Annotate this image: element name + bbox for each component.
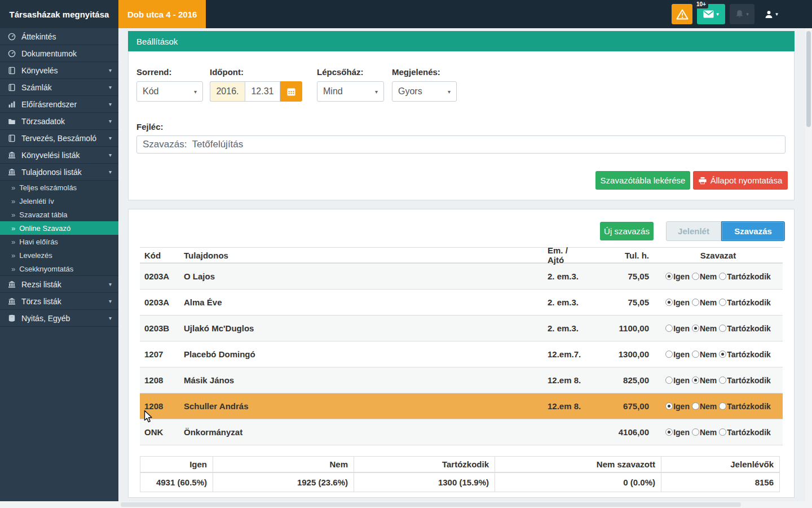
vertical-scrollbar-thumb[interactable]: [806, 31, 811, 127]
new-vote-button[interactable]: Új szavazás: [600, 222, 654, 240]
sidebar-item[interactable]: Törzsadatok▾: [0, 113, 118, 130]
main-content: Beállítások Sorrend: Kód ▾ Időpont:: [118, 28, 805, 501]
display-label: Megjelenés:: [392, 67, 457, 77]
vote-option-tartozkodik[interactable]: Tartózkodik: [719, 376, 771, 385]
date-day-input[interactable]: [245, 81, 280, 102]
vote-option-tartozkodik[interactable]: Tartózkodik: [719, 350, 771, 359]
owner-code: 1208: [140, 375, 179, 385]
sort-label: Sorrend:: [136, 67, 203, 77]
vote-option-nem[interactable]: Nem: [692, 428, 717, 437]
sidebar-item[interactable]: Könyvelési listák▾: [0, 147, 118, 164]
vote-option-nem[interactable]: Nem: [692, 376, 717, 385]
vote-option-nem[interactable]: Nem: [692, 298, 717, 307]
sidebar-item[interactable]: Könyvelés▾: [0, 62, 118, 79]
active-building-tab[interactable]: Dob utca 4 - 2016: [118, 0, 206, 28]
radio-icon[interactable]: [665, 299, 673, 306]
request-vote-table-button[interactable]: Szavazótábla lekérése: [595, 171, 690, 190]
sidebar-item[interactable]: Rezsi listák▾: [0, 276, 118, 293]
messages-button[interactable]: 10+ ▾: [697, 4, 725, 24]
sort-select[interactable]: Kód ▾: [136, 81, 203, 102]
attendance-tab-button[interactable]: Jelenlét: [666, 221, 721, 241]
vote-option-nem[interactable]: Nem: [692, 272, 717, 281]
book-icon: [8, 83, 16, 91]
user-menu-button[interactable]: ▾: [759, 4, 784, 24]
sidebar-subitem[interactable]: »Online Szavazó: [0, 221, 118, 235]
radio-icon[interactable]: [692, 325, 699, 332]
radio-icon[interactable]: [692, 402, 699, 410]
header-text-input[interactable]: [136, 135, 785, 154]
owner-row[interactable]: 0203AO Lajos2. em.3.75,05IgenNemTartózko…: [140, 264, 783, 290]
sidebar-item[interactable]: Előírásrendszer▾: [0, 96, 118, 113]
staircase-select[interactable]: Mind ▾: [317, 81, 384, 102]
vote-option-igen[interactable]: Igen: [665, 272, 690, 281]
radio-icon[interactable]: [719, 273, 726, 280]
radio-icon[interactable]: [719, 376, 726, 384]
date-year-input[interactable]: [210, 81, 245, 102]
calendar-button[interactable]: [280, 81, 302, 102]
radio-icon[interactable]: [692, 351, 699, 358]
radio-icon[interactable]: [719, 299, 726, 306]
sidebar-subitem[interactable]: »Levelezés: [0, 248, 118, 262]
notifications-button[interactable]: ▾: [730, 4, 754, 24]
radio-icon[interactable]: [719, 428, 726, 436]
vote-option-igen[interactable]: Igen: [665, 324, 690, 333]
horizontal-scrollbar-thumb[interactable]: [121, 502, 741, 507]
radio-icon[interactable]: [665, 376, 673, 384]
open-condos-button[interactable]: Társasházak megnyitása: [0, 0, 118, 28]
chevron-down-icon: ▾: [109, 152, 112, 158]
owner-row[interactable]: 1208Schuller András12.em 8.675,00IgenNem…: [140, 393, 783, 419]
vote-option-nem[interactable]: Nem: [692, 402, 717, 411]
sidebar-item[interactable]: Törzs listák▾: [0, 293, 118, 310]
vote-option-tartozkodik[interactable]: Tartózkodik: [719, 402, 771, 411]
warning-button[interactable]: [672, 4, 692, 24]
radio-icon[interactable]: [665, 351, 673, 358]
horizontal-scrollbar[interactable]: [0, 501, 812, 508]
vote-option-igen[interactable]: Igen: [665, 298, 690, 307]
radio-icon[interactable]: [665, 402, 673, 410]
owner-row[interactable]: 0203BUjlakó Mc'Duglos2. em.3.1100,00Igen…: [140, 316, 783, 341]
sidebar-subitem[interactable]: »Csekknyomtatás: [0, 262, 118, 275]
sidebar-subitem[interactable]: »Havi előírás: [0, 235, 118, 248]
radio-icon[interactable]: [665, 325, 673, 332]
sidebar-item[interactable]: Dokumentumok: [0, 45, 118, 62]
summary-value: 0 (0.0%): [495, 473, 661, 492]
radio-icon[interactable]: [692, 376, 699, 384]
sidebar-item[interactable]: Nyitás, Egyéb▾: [0, 310, 118, 327]
print-status-label: Állapot nyomtatása: [710, 176, 783, 185]
print-status-button[interactable]: Állapot nyomtatása: [693, 171, 788, 190]
sidebar-item[interactable]: Tervezés, Beszámoló▾: [0, 130, 118, 147]
radio-icon[interactable]: [719, 351, 726, 358]
voting-tab-button[interactable]: Szavazás: [721, 221, 785, 241]
owner-row[interactable]: 1208Másik János12.em 8.825,00IgenNemTart…: [140, 367, 783, 393]
vertical-scrollbar[interactable]: [805, 28, 812, 501]
radio-icon[interactable]: [692, 428, 699, 436]
radio-icon[interactable]: [665, 273, 673, 280]
sidebar-subitem[interactable]: »Teljes elszámolás: [0, 181, 118, 194]
vote-option-igen[interactable]: Igen: [665, 428, 690, 437]
radio-icon[interactable]: [665, 428, 673, 436]
sidebar-item[interactable]: Tulajdonosi listák▾: [0, 164, 118, 181]
vote-option-label: Igen: [673, 428, 690, 437]
vote-option-igen[interactable]: Igen: [665, 350, 690, 359]
vote-option-igen[interactable]: Igen: [665, 376, 690, 385]
radio-icon[interactable]: [692, 299, 699, 306]
vote-option-igen[interactable]: Igen: [665, 402, 690, 411]
sidebar-item[interactable]: Áttekintés: [0, 28, 118, 45]
owner-row[interactable]: ONKÖnkormányzat4106,00IgenNemTartózkodik: [140, 419, 783, 445]
radio-icon[interactable]: [719, 325, 726, 332]
vote-option-tartozkodik[interactable]: Tartózkodik: [719, 298, 771, 307]
display-select[interactable]: Gyors ▾: [392, 81, 457, 102]
vote-option-tartozkodik[interactable]: Tartózkodik: [719, 272, 771, 281]
vote-option-tartozkodik[interactable]: Tartózkodik: [719, 324, 771, 333]
sidebar-subitem[interactable]: »Jelenléti ív: [0, 194, 118, 208]
vote-option-nem[interactable]: Nem: [692, 350, 717, 359]
sidebar-subitem[interactable]: »Szavazat tábla: [0, 208, 118, 221]
radio-icon[interactable]: [692, 273, 699, 280]
owner-row[interactable]: 0203AAlma Éve2. em.3.75,05IgenNemTartózk…: [140, 290, 783, 316]
vote-option-label: Tartózkodik: [727, 402, 771, 411]
sidebar-item[interactable]: Számlák▾: [0, 79, 118, 96]
owner-row[interactable]: 1207Placebó Domingó12.em.7.1300,00IgenNe…: [140, 341, 783, 367]
radio-icon[interactable]: [719, 402, 726, 410]
vote-option-tartozkodik[interactable]: Tartózkodik: [719, 428, 771, 437]
vote-option-nem[interactable]: Nem: [692, 324, 717, 333]
